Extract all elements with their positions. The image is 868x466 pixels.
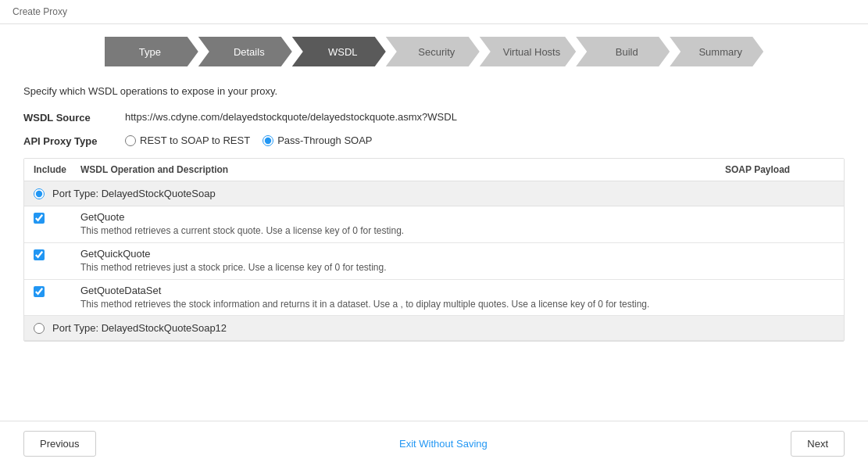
table-row: GetQuote This method retrieves a current… <box>24 206 844 243</box>
step-details[interactable]: Details <box>198 37 292 66</box>
port-type-label-2: Port Type: DelayedStockQuoteSoap12 <box>52 322 227 334</box>
col-include: Include <box>34 164 80 175</box>
port-type-row-1: Port Type: DelayedStockQuoteSoap <box>24 181 844 206</box>
operations-table: Include WSDL Operation and Description S… <box>23 158 845 342</box>
subtitle: Specify which WSDL operations to expose … <box>23 85 845 97</box>
api-proxy-type-label: API Proxy Type <box>23 134 125 147</box>
proxy-type-radio-group: REST to SOAP to REST Pass-Through SOAP <box>125 134 373 146</box>
check-cell-op3[interactable] <box>34 285 80 297</box>
port-type-label-1: Port Type: DelayedStockQuoteSoap <box>52 188 216 199</box>
page-title: Create Proxy <box>13 6 67 17</box>
operation-name-op3: GetQuoteDataSet <box>80 285 725 296</box>
step-summary[interactable]: Summary <box>670 37 763 66</box>
operation-info-op2: GetQuickQuote This method retrieves just… <box>80 248 725 274</box>
col-operation: WSDL Operation and Description <box>80 164 725 175</box>
operation-desc-op2: This method retrieves just a stock price… <box>80 261 725 274</box>
checkbox-op3[interactable] <box>34 286 45 297</box>
steps-nav: Type Details WSDL Security Virtual Hosts… <box>0 24 868 76</box>
table-row: GetQuickQuote This method retrieves just… <box>24 243 844 280</box>
col-soap-payload: SOAP Payload <box>725 164 834 175</box>
radio-rest-to-soap-label: REST to SOAP to REST <box>140 134 250 146</box>
wsdl-source-label: WSDL Source <box>23 111 125 124</box>
operation-name-op2: GetQuickQuote <box>80 248 725 260</box>
previous-button[interactable]: Previous <box>23 431 96 457</box>
port-type-row-2: Port Type: DelayedStockQuoteSoap12 <box>24 316 844 341</box>
operation-desc-op1: This method retrieves a current stock qu… <box>80 224 725 238</box>
next-button[interactable]: Next <box>791 431 845 457</box>
check-cell-op1[interactable] <box>34 211 80 224</box>
table-header: Include WSDL Operation and Description S… <box>24 159 844 181</box>
radio-rest-to-soap[interactable]: REST to SOAP to REST <box>125 134 250 146</box>
step-virtual-hosts[interactable]: Virtual Hosts <box>480 37 576 66</box>
checkbox-op1[interactable] <box>34 213 45 224</box>
operation-info-op1: GetQuote This method retrieves a current… <box>80 211 725 238</box>
check-cell-op2[interactable] <box>34 248 80 260</box>
api-proxy-type-row: API Proxy Type REST to SOAP to REST Pass… <box>23 134 845 147</box>
radio-rest-to-soap-input[interactable] <box>125 135 136 146</box>
wsdl-source-row: WSDL Source https://ws.cdyne.com/delayed… <box>23 111 845 124</box>
step-security[interactable]: Security <box>386 37 480 66</box>
wsdl-source-value: https://ws.cdyne.com/delayedstockquote/d… <box>125 111 457 123</box>
operation-desc-op3: This method retrieves the stock informat… <box>80 298 725 311</box>
operation-info-op3: GetQuoteDataSet This method retrieves th… <box>80 285 725 311</box>
page-header: Create Proxy <box>0 0 868 24</box>
port-type-radio-1[interactable] <box>34 188 45 199</box>
radio-pass-through[interactable]: Pass-Through SOAP <box>263 134 372 146</box>
operation-name-op1: GetQuote <box>80 211 725 223</box>
radio-pass-through-label: Pass-Through SOAP <box>277 134 372 146</box>
step-type[interactable]: Type <box>105 37 198 66</box>
exit-without-saving-button[interactable]: Exit Without Saving <box>399 438 488 450</box>
step-build[interactable]: Build <box>576 37 670 66</box>
checkbox-op2[interactable] <box>34 249 45 260</box>
footer: Previous Exit Without Saving Next <box>0 421 868 466</box>
radio-pass-through-input[interactable] <box>263 135 273 146</box>
step-wsdl[interactable]: WSDL <box>292 37 386 66</box>
table-row: GetQuoteDataSet This method retrieves th… <box>24 280 844 317</box>
main-content: Specify which WSDL operations to expose … <box>0 76 868 342</box>
port-type-radio-2[interactable] <box>34 323 45 334</box>
